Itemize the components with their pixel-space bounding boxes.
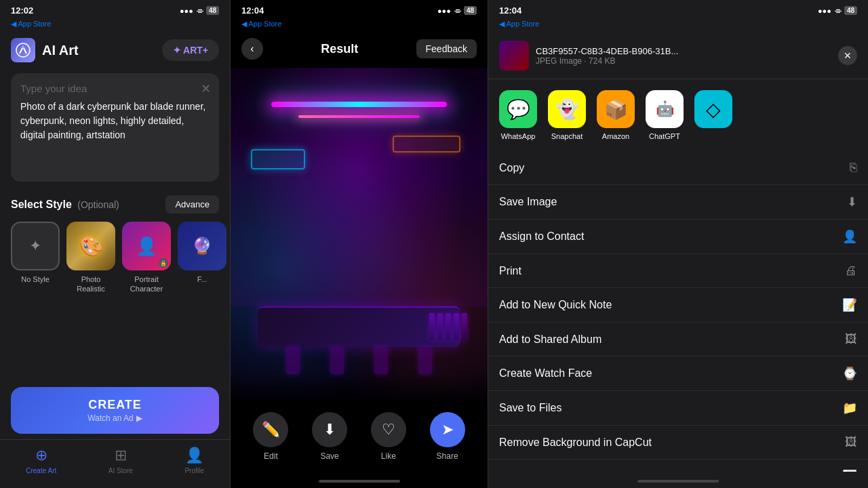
portrait-thumb: 👤 🔒: [122, 222, 171, 270]
status-icons-1: ●●● ⌯ 48: [180, 6, 219, 15]
share-header: CB3F9557-C8B3-4DEB-B906-31B... JPEG Imag…: [488, 33, 868, 79]
panel-create-art: 12:02 ●●● ⌯ 48 ◀ App Store AI Art ✦ ART+…: [0, 0, 231, 488]
amazon-icon: 📦: [597, 90, 635, 128]
bottles: [429, 313, 467, 340]
bottom-nav: ⊕ Create Art ⊞ AI Store 👤 Profile: [0, 439, 230, 488]
time-1: 12:02: [11, 5, 33, 16]
quick-note-label: Add to New Quick Note: [499, 299, 612, 311]
extra-app-icon: ◇: [694, 90, 732, 128]
action-assign-contact[interactable]: Assign to Contact 👤: [488, 220, 868, 254]
create-button[interactable]: CREATE Watch an Ad ▶: [11, 387, 219, 434]
style-item-no-style[interactable]: ✦ No Style: [11, 222, 60, 294]
result-header: ‹ Result Feedback: [231, 33, 488, 68]
share-app-chatgpt[interactable]: 🤖 ChatGPT: [646, 90, 684, 140]
shared-album-icon: 🖼: [845, 332, 857, 346]
style-item-photo-realistic[interactable]: 🎨 Photo Realistic: [66, 222, 115, 294]
cyberpunk-scene: [231, 68, 488, 401]
logo-icon: [11, 38, 35, 62]
share-button[interactable]: ➤ Share: [430, 412, 465, 461]
share-app-extra[interactable]: ◇: [694, 90, 732, 140]
share-label: Share: [437, 451, 458, 461]
chatgpt-icon: 🤖: [646, 90, 684, 128]
neon-sign-orange: [393, 136, 460, 152]
status-bar-2: 12:04 ●●● ⌯ 48: [231, 0, 488, 18]
action-watch-face[interactable]: Create Watch Face ⌚: [488, 357, 868, 391]
file-name: CB3F9557-C8B3-4DEB-B906-31B...: [536, 46, 678, 56]
amazon-label: Amazon: [602, 132, 629, 140]
like-button[interactable]: ♡ Like: [371, 412, 406, 461]
idea-input-box[interactable]: Type your idea Photo of a dark cyberpunk…: [11, 73, 219, 182]
save-image-icon: ⬇: [847, 195, 857, 209]
edit-icon: ✏️: [253, 412, 288, 447]
style-item-extra[interactable]: 🔮 F...: [178, 222, 226, 294]
no-style-label: No Style: [21, 274, 50, 284]
top-bar-1: AI Art ✦ ART+: [0, 33, 230, 68]
assign-contact-icon: 👤: [842, 229, 857, 244]
image-actions: ✏️ Edit ⬇ Save ♡ Like ➤ Share: [231, 401, 488, 472]
remove-bg-icon: 🖼: [845, 435, 857, 449]
share-icon: ➤: [430, 412, 465, 447]
optional-label: (Optional): [77, 199, 119, 210]
file-info: CB3F9557-C8B3-4DEB-B906-31B... JPEG Imag…: [499, 41, 678, 70]
action-quick-note[interactable]: Add to New Quick Note 📝: [488, 288, 868, 323]
close-idea-button[interactable]: ✕: [201, 81, 211, 96]
save-button[interactable]: ⬇ Save: [312, 412, 347, 461]
app-store-link-1[interactable]: ◀ App Store: [0, 18, 230, 33]
close-share-button[interactable]: ✕: [838, 46, 857, 65]
heart-icon: ♡: [371, 412, 406, 447]
app-store-link-3[interactable]: ◀ App Store: [488, 18, 868, 33]
action-copy[interactable]: Copy ⎘: [488, 151, 868, 185]
ceiling-lights: [231, 81, 488, 136]
save-icon: ⬇: [312, 412, 347, 447]
nav-ai-store[interactable]: ⊞ AI Store: [108, 447, 133, 474]
create-label: CREATE: [88, 398, 142, 412]
app-title: AI Art: [42, 43, 79, 58]
panel-result: 12:04 ●●● ⌯ 48 ◀ App Store ‹ Result Feed…: [231, 0, 488, 488]
file-size: JPEG Image · 724 KB: [536, 56, 678, 66]
svg-point-1: [22, 45, 24, 48]
status-icons-2: ●●● ⌯ 48: [437, 6, 477, 15]
share-app-amazon[interactable]: 📦 Amazon: [597, 90, 635, 140]
back-button[interactable]: ‹: [241, 38, 263, 60]
save-label: Save: [320, 451, 338, 461]
action-shared-album[interactable]: Add to Shared Album 🖼: [488, 323, 868, 357]
time-3: 12:04: [499, 5, 521, 16]
action-print[interactable]: Print 🖨: [488, 254, 868, 288]
status-bar-1: 12:02 ●●● ⌯ 48: [0, 0, 230, 18]
action-remove-bg[interactable]: Remove Background in CapCut 🖼: [488, 426, 868, 460]
photo-realistic-label: Photo Realistic: [66, 274, 115, 294]
action-save-image[interactable]: Save Image ⬇: [488, 185, 868, 220]
action-save-files[interactable]: Save to Files 📁: [488, 391, 868, 426]
wifi-icon: ⌯: [196, 7, 203, 15]
file-thumbnail: [499, 41, 529, 70]
whatsapp-label: WhatsApp: [501, 132, 536, 140]
advance-button[interactable]: Advance: [165, 195, 219, 214]
print-label: Print: [499, 265, 521, 277]
home-indicator-3: [488, 472, 868, 488]
photo-realistic-thumb: 🎨: [66, 222, 115, 270]
save-files-icon: 📁: [842, 401, 857, 415]
save-files-label: Save to Files: [499, 402, 561, 414]
snapchat-icon: 👻: [548, 90, 586, 128]
watch-ad-label: Watch an Ad ▶: [87, 413, 142, 423]
app-store-link-2[interactable]: ◀ App Store: [231, 18, 488, 33]
signal-icon: ●●●: [180, 7, 193, 15]
share-app-whatsapp[interactable]: 💬 WhatsApp: [499, 90, 537, 140]
style-item-portrait[interactable]: 👤 🔒 Portrait Character: [122, 222, 171, 294]
nav-create-art[interactable]: ⊕ Create Art: [26, 447, 56, 474]
neon-sign-cyan: [251, 149, 305, 169]
extra-style-thumb: 🔮: [178, 222, 226, 270]
remove-bg-label: Remove Background in CapCut: [499, 436, 652, 449]
time-2: 12:04: [241, 5, 264, 16]
file-details: CB3F9557-C8B3-4DEB-B906-31B... JPEG Imag…: [536, 46, 678, 66]
edit-button[interactable]: ✏️ Edit: [253, 412, 288, 461]
art-plus-button[interactable]: ✦ ART+: [162, 39, 219, 61]
save-image-label: Save Image: [499, 196, 557, 208]
share-app-snapchat[interactable]: 👻 Snapchat: [548, 90, 586, 140]
no-style-thumb: ✦: [11, 222, 60, 270]
nav-profile[interactable]: 👤 Profile: [184, 447, 203, 474]
feedback-button[interactable]: Feedback: [416, 39, 477, 58]
action-inshot[interactable]: InShot ⬜: [488, 460, 868, 472]
select-style-header: Select Style (Optional) Advance: [0, 187, 230, 219]
home-indicator-2: [231, 472, 488, 488]
